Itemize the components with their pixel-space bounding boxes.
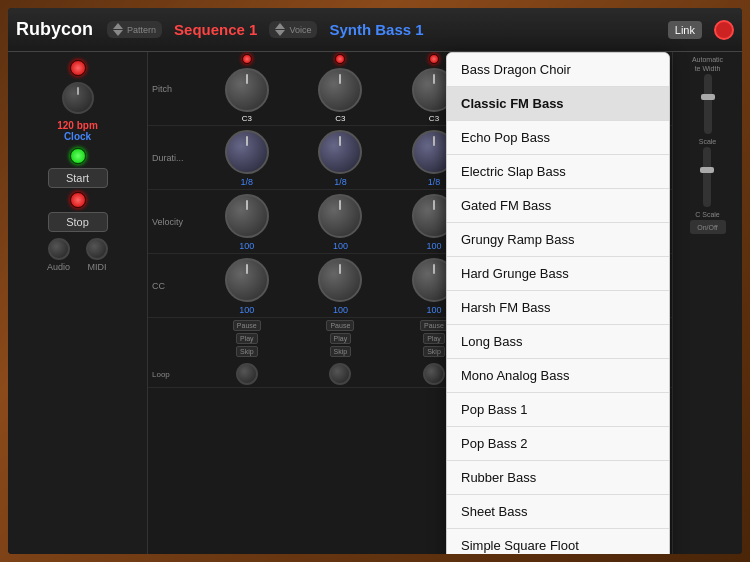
scale-slider-group: Scale — [699, 138, 717, 209]
voice-label: Voice — [289, 25, 311, 35]
voice-arrow-down[interactable] — [275, 30, 285, 36]
pitch-knob-1[interactable] — [318, 68, 362, 112]
pitch-cell-1: C3 — [294, 54, 388, 123]
loop-toggle-2[interactable] — [423, 363, 445, 385]
dur-cell-0: 1/8 — [200, 128, 294, 187]
io-group: Audio MIDI — [47, 238, 108, 272]
dropdown-item-0[interactable]: Bass Dragon Choir — [447, 53, 669, 87]
led-red-stop — [70, 192, 86, 208]
dropdown-item-3[interactable]: Electric Slap Bass — [447, 155, 669, 189]
dropdown-item-12[interactable]: Rubber Bass — [447, 461, 669, 495]
record-button[interactable] — [714, 20, 734, 40]
pitch-led-0 — [242, 54, 252, 64]
dur-val-1: 1/8 — [334, 177, 347, 187]
loop-toggle-1[interactable] — [329, 363, 351, 385]
duration-row-label: Durati... — [152, 153, 200, 163]
app-container: Rubycon Pattern Sequence 1 Voice Synth B… — [8, 8, 742, 554]
voice-arrow-up[interactable] — [275, 23, 285, 29]
play-btn-1[interactable]: Play — [330, 333, 352, 344]
vel-val-1: 100 — [333, 241, 348, 251]
dropdown-item-5[interactable]: Grungy Ramp Bass — [447, 223, 669, 257]
voice-dropdown[interactable]: Bass Dragon Choir Classic FM Bass Echo P… — [446, 52, 670, 554]
link-button[interactable]: Link — [668, 21, 702, 39]
scale-thumb — [700, 167, 714, 173]
voice-name: Synth Bass 1 — [329, 21, 423, 38]
stop-button[interactable]: Stop — [48, 212, 108, 232]
led-green-start — [70, 148, 86, 164]
loop-toggle-0[interactable] — [236, 363, 258, 385]
scale-label: Scale — [699, 138, 717, 145]
dur-val-0: 1/8 — [241, 177, 254, 187]
pulse-width-slider[interactable] — [704, 74, 712, 134]
pattern-arrow-up[interactable] — [113, 23, 123, 29]
cc-val-1: 100 — [333, 305, 348, 315]
voice-arrows[interactable] — [275, 23, 285, 36]
voice-nav[interactable]: Voice — [269, 21, 317, 38]
pitch-val-1: C3 — [335, 114, 345, 123]
dropdown-item-4[interactable]: Gated FM Bass — [447, 189, 669, 223]
play-group-1: Pause Play Skip — [294, 319, 388, 358]
dropdown-item-7[interactable]: Harsh FM Bass — [447, 291, 669, 325]
pulse-width-slider-group: te Width — [695, 65, 721, 136]
pattern-arrows[interactable] — [113, 23, 123, 36]
dropdown-item-1[interactable]: Classic FM Bass — [447, 87, 669, 121]
vel-val-0: 100 — [239, 241, 254, 251]
scale-slider[interactable] — [703, 147, 711, 207]
vel-knob-1[interactable] — [318, 194, 362, 238]
skip-btn-0[interactable]: Skip — [236, 346, 258, 357]
cc-val-2: 100 — [426, 305, 441, 315]
dropdown-item-8[interactable]: Long Bass — [447, 325, 669, 359]
vel-knob-0[interactable] — [225, 194, 269, 238]
top-bar: Rubycon Pattern Sequence 1 Voice Synth B… — [8, 8, 742, 52]
pitch-led-1 — [335, 54, 345, 64]
dropdown-item-11[interactable]: Pop Bass 2 — [447, 427, 669, 461]
dropdown-item-9[interactable]: Mono Analog Bass — [447, 359, 669, 393]
pattern-nav[interactable]: Pattern — [107, 21, 162, 38]
dropdown-item-10[interactable]: Pop Bass 1 — [447, 393, 669, 427]
dropdown-item-14[interactable]: Simple Square Floot — [447, 529, 669, 554]
play-btn-2[interactable]: Play — [423, 333, 445, 344]
loop-cell-0 — [200, 363, 294, 385]
right-on-off-button[interactable]: On/Off — [690, 220, 726, 234]
dropdown-item-2[interactable]: Echo Pop Bass — [447, 121, 669, 155]
cc-knob-1[interactable] — [318, 258, 362, 302]
pause-btn-1[interactable]: Pause — [326, 320, 354, 331]
start-button[interactable]: Start — [48, 168, 108, 188]
pitch-cell-0: C3 — [200, 54, 294, 123]
play-group-0: Pause Play Skip — [200, 319, 294, 358]
app-title: Rubycon — [16, 19, 93, 40]
pulse-width-thumb — [701, 94, 715, 100]
dropdown-item-13[interactable]: Sheet Bass — [447, 495, 669, 529]
dur-knob-1[interactable] — [318, 130, 362, 174]
cc-cell-0: 100 — [200, 256, 294, 315]
c-scale-label: C Scale — [695, 211, 720, 218]
play-btn-0[interactable]: Play — [236, 333, 258, 344]
transport-group: Start Stop — [48, 148, 108, 232]
clock-label: Clock — [57, 131, 98, 142]
pause-btn-2[interactable]: Pause — [420, 320, 448, 331]
automation-label: Automatic — [692, 56, 723, 63]
led-red-top — [70, 60, 86, 76]
pitch-val-2: C3 — [429, 114, 439, 123]
midi-knob[interactable] — [86, 238, 108, 260]
audio-knob[interactable] — [48, 238, 70, 260]
dur-knob-0[interactable] — [225, 130, 269, 174]
skip-btn-2[interactable]: Skip — [423, 346, 445, 357]
vel-cell-0: 100 — [200, 192, 294, 251]
left-sidebar: 120 bpm Clock Start Stop Audio — [8, 52, 148, 554]
pitch-row-label: Pitch — [152, 84, 200, 94]
pitch-knob[interactable] — [62, 82, 94, 114]
cc-knob-0[interactable] — [225, 258, 269, 302]
dur-cell-1: 1/8 — [294, 128, 388, 187]
bpm-value: 120 bpm — [57, 120, 98, 131]
velocity-row-label: Velocity — [152, 217, 200, 227]
cc-val-0: 100 — [239, 305, 254, 315]
app-frame: Rubycon Pattern Sequence 1 Voice Synth B… — [0, 0, 750, 562]
sequence-name: Sequence 1 — [174, 21, 257, 38]
pitch-knob-0[interactable] — [225, 68, 269, 112]
pattern-arrow-down[interactable] — [113, 30, 123, 36]
dropdown-item-6[interactable]: Hard Grunge Bass — [447, 257, 669, 291]
pause-btn-0[interactable]: Pause — [233, 320, 261, 331]
skip-btn-1[interactable]: Skip — [330, 346, 352, 357]
pitch-val-0: C3 — [242, 114, 252, 123]
